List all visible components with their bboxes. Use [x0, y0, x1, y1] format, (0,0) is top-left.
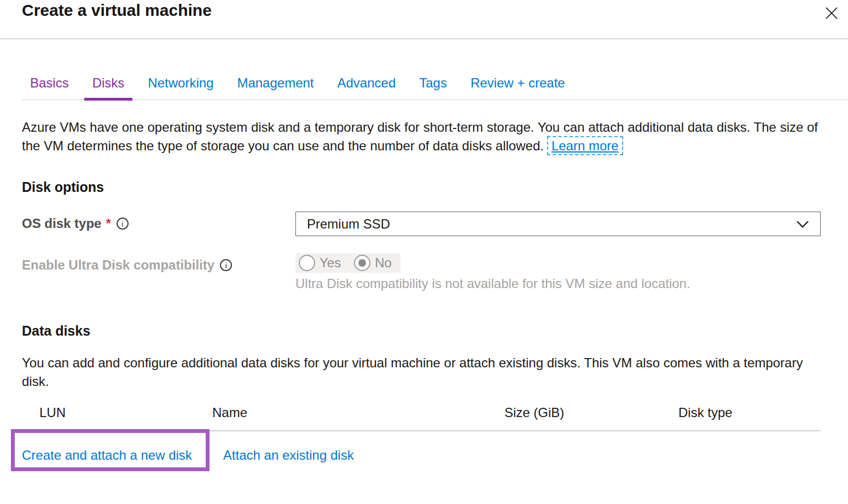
tab-networking[interactable]: Networking	[140, 75, 222, 99]
disk-options-heading: Disk options	[22, 179, 848, 195]
required-asterisk: *	[106, 216, 111, 231]
dialog-header: Create a virtual machine	[0, 0, 848, 39]
radio-no-label: No	[375, 255, 392, 271]
os-disk-type-value: Premium SSD	[307, 216, 390, 232]
tab-basics[interactable]: Basics	[22, 75, 77, 99]
os-disk-type-label: OS disk type	[22, 216, 101, 231]
ultra-disk-label-cell: Enable Ultra Disk compatibility i	[22, 253, 295, 273]
tab-review-create[interactable]: Review + create	[462, 75, 573, 99]
create-vm-dialog: Create a virtual machine Basics Disks Ne…	[0, 0, 848, 479]
info-icon[interactable]: i	[220, 259, 232, 271]
close-button[interactable]	[822, 3, 841, 23]
intro-text: Azure VMs have one operating system disk…	[22, 120, 818, 153]
ultra-disk-radio-yes[interactable]: Yes	[299, 255, 341, 271]
tab-disks[interactable]: Disks	[84, 75, 133, 99]
intro-paragraph: Azure VMs have one operating system disk…	[22, 118, 821, 155]
radio-yes-label: Yes	[320, 255, 341, 271]
tab-bar: Basics Disks Networking Management Advan…	[22, 75, 848, 100]
ultra-disk-radio-group: Yes No	[295, 253, 400, 273]
column-header-lun: LUN	[22, 405, 212, 420]
data-disks-heading: Data disks	[22, 323, 848, 339]
radio-unchecked-icon	[299, 255, 315, 271]
tab-management[interactable]: Management	[229, 75, 322, 99]
column-header-disk-type: Disk type	[678, 405, 821, 420]
ultra-disk-label: Enable Ultra Disk compatibility	[22, 257, 214, 273]
column-header-size: Size (GiB)	[504, 405, 678, 420]
ultra-disk-helper-text: Ultra Disk compatibility is not availabl…	[295, 276, 690, 291]
os-disk-type-label-cell: OS disk type * i	[22, 212, 295, 231]
attach-existing-disk-link[interactable]: Attach an existing disk	[223, 448, 354, 463]
radio-checked-icon	[354, 255, 370, 271]
ultra-disk-control: Yes No Ultra Disk compatibility is not a…	[295, 253, 690, 291]
page-title: Create a virtual machine	[22, 1, 212, 20]
data-disks-table-header: LUN Name Size (GiB) Disk type	[22, 405, 821, 431]
chevron-down-icon	[796, 220, 809, 228]
close-icon	[824, 6, 839, 20]
data-disks-actions: Create and attach a new disk Attach an e…	[22, 431, 848, 479]
ultra-disk-row: Enable Ultra Disk compatibility i Yes No…	[22, 253, 848, 291]
os-disk-type-row: OS disk type * i Premium SSD	[22, 212, 848, 236]
disks-tab-content: Azure VMs have one operating system disk…	[0, 118, 848, 479]
tab-tags[interactable]: Tags	[411, 75, 455, 99]
ultra-disk-radio-no[interactable]: No	[354, 255, 392, 271]
tab-advanced[interactable]: Advanced	[329, 75, 404, 99]
column-header-name: Name	[212, 405, 504, 420]
os-disk-type-dropdown[interactable]: Premium SSD	[295, 212, 821, 236]
info-icon[interactable]: i	[117, 218, 129, 230]
learn-more-link[interactable]: Learn more	[547, 136, 623, 155]
create-attach-new-disk-link[interactable]: Create and attach a new disk	[22, 448, 192, 463]
data-disks-description: You can add and configure additional dat…	[22, 354, 821, 391]
